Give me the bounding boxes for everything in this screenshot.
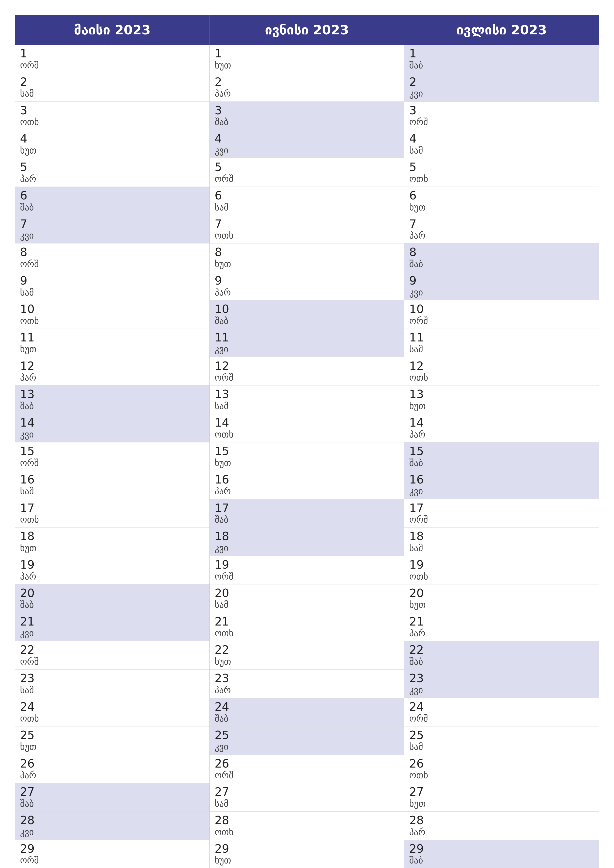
day-number: 26	[20, 757, 205, 770]
day-row: 8ხუთ	[210, 243, 404, 272]
day-name: კვი	[215, 741, 399, 752]
day-name: ოთხ	[20, 116, 205, 127]
day-number: 6	[409, 189, 594, 202]
day-name: ორშ	[215, 372, 399, 383]
day-name: სამ	[20, 685, 205, 695]
day-number: 26	[215, 757, 399, 770]
day-row: 20სამ	[210, 584, 404, 613]
day-row: 22ხუთ	[210, 641, 404, 670]
day-row: 17ოთხ	[15, 499, 210, 528]
day-row: 27სამ	[210, 783, 404, 812]
day-number: 17	[409, 502, 594, 515]
day-row: 24ოთხ	[15, 698, 210, 727]
day-name: ოთხ	[409, 174, 594, 184]
day-name: კვი	[409, 685, 594, 695]
day-row: 14ოთხ	[210, 414, 404, 442]
day-number: 4	[20, 132, 205, 145]
day-name: ორშ	[20, 259, 205, 269]
day-number: 1	[20, 47, 205, 60]
day-name: ხუთ	[20, 741, 205, 752]
day-name: შაბ	[215, 116, 399, 127]
day-name: პარ	[215, 287, 399, 298]
day-name: კვი	[20, 827, 205, 837]
day-row: 1შაბ	[404, 45, 599, 73]
day-number: 2	[409, 76, 594, 88]
day-number: 22	[20, 643, 205, 656]
day-name: ხუთ	[215, 656, 399, 667]
day-number: 19	[215, 558, 399, 571]
day-row: 14პარ	[404, 414, 599, 442]
day-name: სამ	[215, 401, 399, 411]
day-row: 3შაბ	[210, 102, 404, 130]
day-number: 18	[215, 530, 399, 542]
day-number: 8	[409, 246, 594, 259]
day-name: ხუთ	[215, 259, 399, 269]
day-name: შაბ	[215, 315, 399, 326]
day-name: შაბ	[409, 259, 594, 269]
day-name: შაბ	[20, 599, 205, 610]
day-number: 27	[20, 786, 205, 798]
day-number: 18	[409, 530, 594, 542]
day-row: 1ხუთ	[210, 45, 404, 73]
day-row: 13სამ	[210, 386, 404, 414]
day-name: ოთხ	[215, 429, 399, 440]
day-row: 17ორშ	[404, 499, 599, 528]
day-number: 23	[215, 672, 399, 685]
day-name: პარ	[409, 628, 594, 639]
day-name: შაბ	[20, 798, 205, 809]
day-number: 20	[20, 587, 205, 600]
day-name: სამ	[20, 287, 205, 298]
day-number: 13	[215, 388, 399, 401]
day-number: 10	[215, 303, 399, 315]
day-number: 10	[409, 303, 594, 315]
day-number: 4	[215, 132, 399, 145]
day-number: 1	[409, 47, 594, 60]
day-name: პარ	[20, 770, 205, 780]
day-number: 10	[20, 303, 205, 315]
day-row: 16პარ	[210, 471, 404, 499]
day-name: შაბ	[409, 855, 594, 865]
month-col-2: 1შაბ2კვი3ორშ4სამ5ოთხ6ხუთ7პარ8შაბ9კვი10ორ…	[404, 45, 599, 868]
day-row: 26პარ	[15, 755, 210, 783]
day-number: 14	[20, 417, 205, 429]
day-number: 11	[215, 331, 399, 344]
day-name: სამ	[409, 542, 594, 553]
day-name: ხუთ	[215, 457, 399, 468]
day-row: 29ხუთ	[210, 840, 404, 868]
day-number: 22	[215, 643, 399, 656]
day-row: 20ხუთ	[404, 584, 599, 613]
day-row: 15ხუთ	[210, 442, 404, 471]
day-row: 11სამ	[404, 329, 599, 357]
day-name: შაბ	[409, 656, 594, 667]
day-name: ორშ	[215, 770, 399, 780]
month-col-1: 1ხუთ2პარ3შაბ4კვი5ორშ6სამ7ოთხ8ხუთ9პარ10შა…	[210, 45, 404, 868]
day-name: ოთხ	[215, 230, 399, 241]
day-number: 19	[20, 558, 205, 571]
day-number: 27	[215, 786, 399, 798]
day-number: 12	[215, 360, 399, 372]
day-number: 6	[20, 189, 205, 202]
day-number: 6	[215, 189, 399, 202]
day-number: 3	[20, 104, 205, 117]
day-name: ორშ	[409, 116, 594, 127]
day-row: 12ორშ	[210, 357, 404, 386]
day-row: 19პარ	[15, 556, 210, 584]
day-name: ხუთ	[20, 145, 205, 156]
day-name: ორშ	[409, 713, 594, 724]
day-name: კვი	[215, 145, 399, 156]
day-row: 1ორშ	[15, 45, 210, 73]
day-row: 9კვი	[404, 272, 599, 301]
day-row: 5ოთხ	[404, 158, 599, 187]
day-number: 11	[20, 331, 205, 344]
day-name: შაბ	[20, 401, 205, 411]
day-row: 23სამ	[15, 670, 210, 698]
day-row: 7კვი	[15, 215, 210, 244]
day-row: 22შაბ	[404, 641, 599, 670]
day-number: 21	[215, 615, 399, 628]
day-name: ოთხ	[20, 315, 205, 326]
day-row: 21პარ	[404, 613, 599, 641]
day-name: ხუთ	[215, 60, 399, 71]
day-number: 22	[409, 643, 594, 656]
day-row: 13ხუთ	[404, 386, 599, 414]
day-number: 12	[409, 360, 594, 372]
